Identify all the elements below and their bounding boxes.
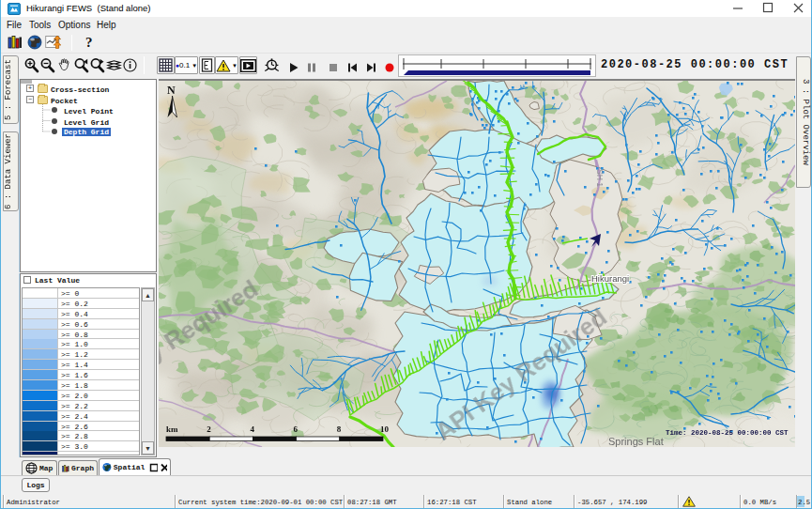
svg-text:6: 6 xyxy=(294,424,299,434)
svg-text:km: km xyxy=(166,424,178,434)
svg-text:10: 10 xyxy=(380,424,390,434)
svg-text:8: 8 xyxy=(337,424,342,434)
svg-text:Time: 2020-08-25 00:00:00 CST: Time: 2020-08-25 00:00:00 CST xyxy=(666,429,789,437)
svg-text:N: N xyxy=(167,84,176,97)
svg-text:2: 2 xyxy=(207,424,211,434)
svg-text:Hikurangi: Hikurangi xyxy=(591,273,629,284)
svg-text:Springs Flat: Springs Flat xyxy=(608,436,664,447)
svg-text:4: 4 xyxy=(250,424,254,434)
svg-text:SH 1: SH 1 xyxy=(595,169,605,187)
